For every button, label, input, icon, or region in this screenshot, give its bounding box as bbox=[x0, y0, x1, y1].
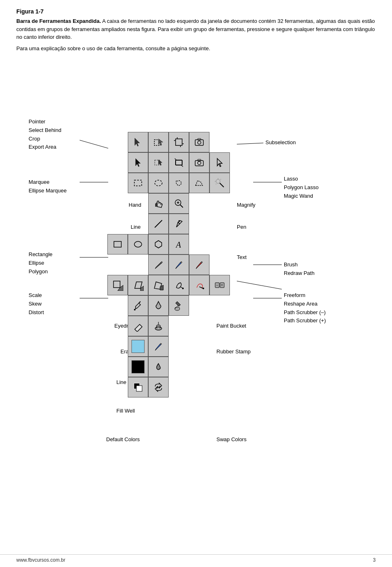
tool-crop-r2[interactable] bbox=[169, 152, 189, 173]
shape-labels: Rectangle Ellipse Polygon bbox=[29, 250, 53, 276]
tool-hand[interactable] bbox=[148, 193, 169, 214]
svg-rect-10 bbox=[176, 139, 182, 145]
tool-select-behind[interactable] bbox=[148, 132, 169, 152]
tool-fill-brush[interactable] bbox=[148, 357, 169, 377]
tool-rubber-stamp[interactable] bbox=[148, 316, 169, 336]
tool-select-behind-r2[interactable] bbox=[148, 152, 169, 173]
toolbar-row-9 bbox=[107, 295, 250, 316]
svg-text:+: + bbox=[221, 283, 223, 287]
svg-line-40 bbox=[180, 205, 183, 208]
svg-point-53 bbox=[182, 288, 184, 289]
svg-point-60 bbox=[134, 309, 136, 310]
toolbar-row-6: A bbox=[107, 234, 250, 254]
tool-lasso[interactable] bbox=[169, 173, 189, 193]
svg-line-59 bbox=[139, 301, 140, 303]
empty-10-4 bbox=[169, 316, 189, 336]
tool-text[interactable]: A bbox=[169, 234, 189, 254]
svg-point-54 bbox=[203, 288, 204, 289]
svg-point-16 bbox=[198, 141, 201, 144]
svg-rect-15 bbox=[195, 140, 203, 145]
tool-ellipse-marquee[interactable] bbox=[148, 173, 169, 193]
empty-cell-r2 bbox=[230, 152, 250, 173]
tool-export-area[interactable] bbox=[189, 132, 209, 152]
tool-reshape-area[interactable] bbox=[189, 275, 209, 295]
default-colors-label: Default Colors bbox=[106, 436, 140, 442]
empty-3-1 bbox=[107, 173, 128, 193]
tool-magic-wand[interactable] bbox=[209, 173, 230, 193]
svg-rect-67 bbox=[136, 386, 142, 391]
svg-point-44 bbox=[178, 220, 180, 222]
toolbar-row-1 bbox=[128, 132, 250, 152]
empty-13-3 bbox=[169, 377, 189, 397]
tool-eraser[interactable] bbox=[128, 316, 148, 336]
tool-brush[interactable] bbox=[169, 254, 189, 275]
svg-point-26 bbox=[198, 161, 201, 165]
empty-5-1 bbox=[107, 214, 128, 234]
empty-4-1 bbox=[107, 193, 128, 214]
tool-paint-fill[interactable] bbox=[148, 295, 169, 316]
swap-colors-label: Swap Colors bbox=[216, 436, 247, 442]
empty-10-6 bbox=[209, 316, 230, 336]
empty-5-2 bbox=[128, 214, 148, 234]
empty-cell bbox=[107, 152, 128, 173]
svg-rect-49 bbox=[114, 281, 120, 288]
tool-default-colors[interactable] bbox=[128, 377, 148, 397]
tool-skew[interactable] bbox=[128, 275, 148, 295]
tool-scale[interactable] bbox=[107, 275, 128, 295]
svg-point-29 bbox=[155, 180, 162, 186]
tool-line-well[interactable] bbox=[128, 336, 148, 357]
svg-marker-47 bbox=[155, 241, 162, 248]
svg-point-46 bbox=[134, 241, 142, 247]
toolbar-diagram: Pointer Select Behind Crop Export Area bbox=[16, 65, 376, 493]
tool-freeform[interactable] bbox=[169, 275, 189, 295]
tool-export-r2[interactable] bbox=[189, 152, 209, 173]
tool-magnify[interactable] bbox=[169, 193, 189, 214]
toolbar-row-10 bbox=[107, 316, 250, 336]
tool-path-scrubber[interactable]: − + bbox=[209, 275, 230, 295]
svg-line-33 bbox=[220, 179, 221, 180]
empty-13-4 bbox=[189, 377, 209, 397]
toolbar-row-7 bbox=[107, 254, 250, 275]
empty-11-3 bbox=[169, 336, 189, 357]
empty-6-6 bbox=[209, 234, 230, 254]
empty-10-5 bbox=[189, 316, 209, 336]
freeform-labels: Freeform Reshape Area Path Scrubber (–) … bbox=[284, 291, 326, 325]
tool-rectangle[interactable] bbox=[107, 234, 128, 254]
tool-ellipse[interactable] bbox=[128, 234, 148, 254]
tool-eyedropper[interactable] bbox=[128, 295, 148, 316]
empty-7-6 bbox=[209, 254, 230, 275]
empty-9-1 bbox=[107, 295, 128, 316]
tool-pointer-r2[interactable] bbox=[128, 152, 148, 173]
toolbar-row-4 bbox=[107, 193, 250, 214]
empty-7-2 bbox=[128, 254, 148, 275]
svg-marker-50 bbox=[118, 285, 123, 291]
empty-9-5 bbox=[189, 295, 209, 316]
svg-line-0 bbox=[80, 140, 108, 148]
tool-paint-bucket[interactable] bbox=[169, 295, 189, 316]
tool-pen[interactable] bbox=[169, 214, 189, 234]
toolbar-row-2 bbox=[107, 152, 250, 173]
empty-5-5 bbox=[189, 214, 209, 234]
svg-point-36 bbox=[217, 181, 219, 182]
tool-fill-well[interactable] bbox=[128, 357, 148, 377]
tool-polygon[interactable] bbox=[148, 234, 169, 254]
empty-4-5 bbox=[189, 193, 209, 214]
svg-rect-45 bbox=[114, 241, 121, 247]
tool-swap-colors[interactable] bbox=[148, 377, 169, 397]
tool-redraw-path[interactable] bbox=[189, 254, 209, 275]
tool-line-brush[interactable] bbox=[148, 336, 169, 357]
tool-distort[interactable] bbox=[148, 275, 169, 295]
fill-well-label: Fill Well bbox=[116, 408, 135, 414]
tool-subselection[interactable] bbox=[209, 152, 230, 173]
tool-crop[interactable] bbox=[169, 132, 189, 152]
tool-polygon-lasso[interactable] bbox=[189, 173, 209, 193]
svg-point-64 bbox=[156, 325, 160, 327]
tool-line[interactable] bbox=[148, 214, 169, 234]
tool-pencil[interactable] bbox=[148, 254, 169, 275]
empty-12-3 bbox=[169, 357, 189, 377]
transform-labels: Scale Skew Distort bbox=[29, 291, 44, 317]
marquee-labels: Marquee Ellipse Marquee bbox=[29, 178, 67, 195]
tool-marquee[interactable] bbox=[128, 173, 148, 193]
page-footer: www.fbvcursos.com.br 3 bbox=[0, 554, 392, 563]
tool-pointer[interactable] bbox=[128, 132, 148, 152]
